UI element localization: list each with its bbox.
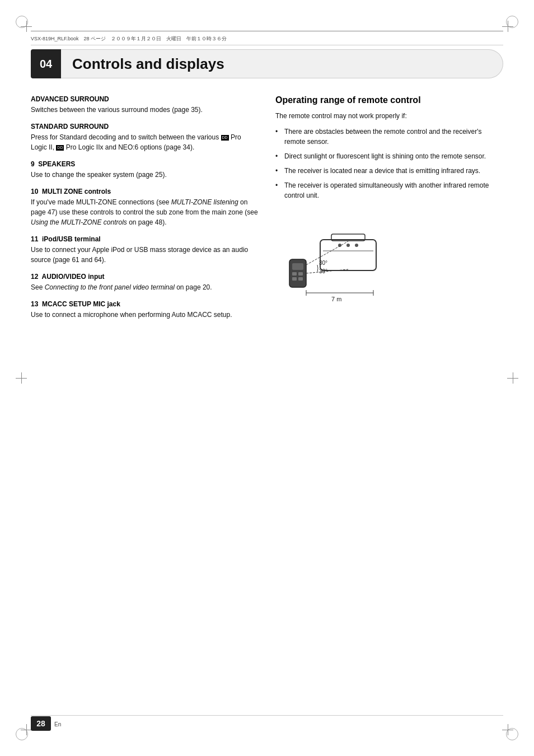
ipod-usb-body: Use to connect your Apple iPod or USB ma… [31,245,259,265]
svg-rect-9 [298,272,303,276]
corner-circle-tr [506,16,518,28]
speakers-body: Use to change the speaker system (page 2… [31,170,259,180]
bullet-item-3: The receiver is located near a device th… [275,166,503,176]
bullet-item-1: There are obstacles between the remote c… [275,127,503,147]
bullet-list: There are obstacles between the remote c… [275,127,503,200]
remote-diagram: 30° 30° 7 m [275,209,503,306]
svg-rect-10 [292,277,297,281]
right-column: Operating range of remote control The re… [275,90,503,711]
left-column: ADVANCED SURROUND Switches between the v… [31,90,259,711]
std-surround-heading: STANDARD SURROUND [31,123,259,130]
chapter-header: 04 Controls and displays [31,49,503,78]
svg-text:30°: 30° [319,268,327,274]
std-surround-body: Press for Standard decoding and to switc… [31,132,259,152]
content-area: ADVANCED SURROUND Switches between the v… [31,90,503,711]
svg-point-3 [346,244,350,247]
svg-rect-8 [292,272,297,276]
header-rule-bottom [31,45,503,45]
footer-rule [31,715,503,716]
chapter-title-box: Controls and displays [61,49,503,78]
speakers-heading: 9 SPEAKERS [31,160,259,168]
mcacc-heading: 13 MCACC SETUP MIC jack [31,300,259,308]
remote-control-svg: 30° 30° 7 m [275,209,410,304]
ipod-usb-heading: 11 iPod/USB terminal [31,235,259,243]
section-ipod-usb: 11 iPod/USB terminal Use to connect your… [31,235,259,265]
cross-tl [21,21,32,32]
section-speakers: 9 SPEAKERS Use to change the speaker sys… [31,160,259,180]
cross-bl [21,724,32,735]
bullet-item-2: Direct sunlight or fluorescent light is … [275,151,503,161]
svg-rect-7 [292,263,303,270]
page-lang: En [54,721,61,727]
corner-circle-tl [16,16,28,28]
corner-circle-bl [16,728,28,740]
audio-video-body: See Connecting to the front panel video … [31,282,259,292]
section-adv-surround: ADVANCED SURROUND Switches between the v… [31,95,259,115]
header-rule-top [31,31,503,31]
chapter-title: Controls and displays [72,55,224,73]
cross-tr [502,21,513,32]
right-column-intro: The remote control may not work properly… [275,111,503,121]
cross-mid-left [16,372,27,384]
multi-zone-heading: 10 MULTI ZONE controls [31,188,259,195]
section-audio-video: 12 AUDIO/VIDEO input See Connecting to t… [31,273,259,292]
section-mcacc: 13 MCACC SETUP MIC jack Use to connect a… [31,300,259,320]
multi-zone-body: If you've made MULTI-ZONE connections (s… [31,197,259,227]
svg-text:30°: 30° [319,260,327,266]
page-number: 28 [31,716,51,731]
svg-rect-11 [298,277,303,281]
bullet-item-4: The receiver is operated simultaneously … [275,180,503,200]
right-column-heading: Operating range of remote control [275,95,503,105]
svg-point-4 [355,244,358,247]
svg-text:7 m: 7 m [331,296,341,302]
adv-surround-body: Switches between the various surround mo… [31,105,259,115]
audio-video-heading: 12 AUDIO/VIDEO input [31,273,259,281]
cross-mid-right [507,372,518,384]
section-multi-zone: 10 MULTI ZONE controls If you've made MU… [31,188,259,227]
cross-br [502,724,513,735]
header-file-info: VSX-819H_RLF.book 28 ページ ２００９年１月２０日 火曜日 … [31,35,227,43]
corner-circle-br [506,728,518,740]
header-bar: VSX-819H_RLF.book 28 ページ ２００９年１月２０日 火曜日 … [31,34,503,44]
footer-bar: 28 En [31,716,61,731]
chapter-number: 04 [31,49,61,78]
mcacc-body: Use to connect a microphone when perform… [31,310,259,320]
adv-surround-heading: ADVANCED SURROUND [31,95,259,103]
section-std-surround: STANDARD SURROUND Press for Standard dec… [31,123,259,152]
